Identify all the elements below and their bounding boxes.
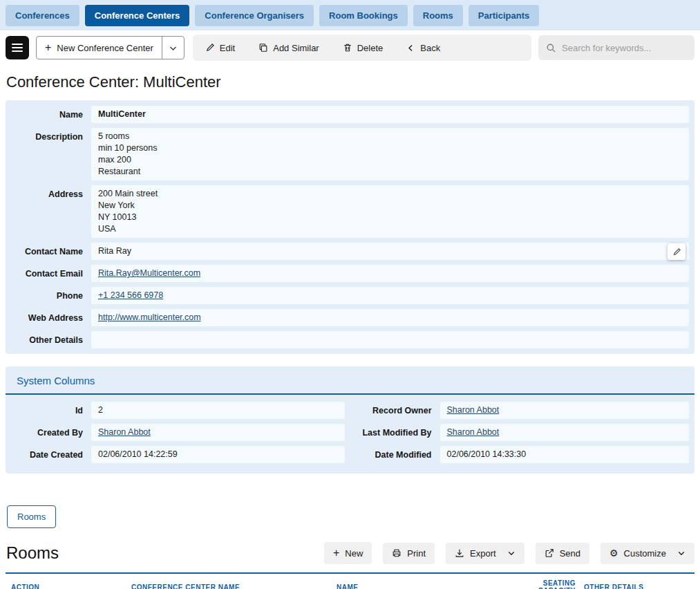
- field-row-phone: Phone +1 234 566 6978: [6, 287, 689, 304]
- record-owner-link[interactable]: Sharon Abbot: [447, 405, 500, 415]
- print-button[interactable]: Print: [383, 543, 435, 564]
- phone-link[interactable]: +1 234 566 6978: [98, 290, 163, 300]
- field-row-date-modified: Date Modified 02/06/2010 14:33:30: [350, 446, 690, 463]
- customize-button[interactable]: ⚙ Customize: [600, 543, 694, 564]
- field-row-description: Description 5 rooms min 10 persons max 2…: [6, 128, 689, 180]
- contact-name-label: Contact Name: [6, 243, 91, 257]
- menu-icon: [12, 44, 23, 45]
- field-row-created-by: Created By Sharon Abbot: [6, 424, 345, 441]
- system-columns-header: System Columns: [6, 366, 694, 395]
- header-conference-center-name: CONFERENCE CENTER NAME: [131, 583, 337, 589]
- name-value: MultiCenter: [91, 106, 689, 123]
- field-row-last-modified-by: Last Modified By Sharon Abbot: [350, 424, 690, 441]
- edit-button[interactable]: Edit: [205, 43, 235, 53]
- id-value: 2: [91, 402, 345, 419]
- record-owner-label: Record Owner: [350, 402, 440, 416]
- header-seating-capacity: SEATING CAPACITY: [507, 579, 584, 589]
- send-icon: [545, 548, 554, 558]
- tab-conference-organisers[interactable]: Conference Organisers: [195, 5, 314, 26]
- contact-email-label: Contact Email: [6, 265, 91, 279]
- tab-rooms[interactable]: Rooms: [413, 5, 463, 26]
- send-button[interactable]: Send: [536, 543, 589, 564]
- tab-room-bookings[interactable]: Room Bookings: [319, 5, 408, 26]
- system-columns-panel: Id 2 Record Owner Sharon Abbot Created B…: [6, 395, 694, 474]
- field-row-contact-email: Contact Email Rita.Ray@Multicenter.com: [6, 265, 689, 282]
- new-room-button[interactable]: + New: [324, 542, 372, 564]
- contact-name-value: Rita Ray: [91, 243, 689, 260]
- search-input[interactable]: [562, 43, 687, 53]
- date-created-value: 02/06/2010 14:22:59: [91, 446, 345, 463]
- toolbar: + New Conference Center Edit Add Similar…: [0, 30, 700, 65]
- new-dropdown-button[interactable]: [162, 37, 184, 59]
- name-label: Name: [6, 106, 91, 120]
- last-modified-by-label: Last Modified By: [350, 424, 440, 438]
- id-label: Id: [6, 402, 91, 416]
- search-box: [538, 35, 694, 60]
- system-columns-title: System Columns: [17, 375, 95, 386]
- chevron-down-icon: [169, 44, 178, 53]
- other-details-label: Other Details: [6, 331, 91, 346]
- page-title: Conference Center: MultiCenter: [6, 73, 694, 91]
- rooms-heading: Rooms: [6, 543, 59, 563]
- header-name: NAME: [337, 583, 507, 589]
- contact-email-value: Rita.Ray@Multicenter.com: [91, 265, 689, 282]
- search-icon: [546, 43, 556, 53]
- date-created-label: Date Created: [6, 446, 91, 460]
- tab-conference-centers[interactable]: Conference Centers: [85, 5, 190, 26]
- last-modified-by-value: Sharon Abbot: [440, 424, 690, 441]
- delete-icon: [343, 43, 352, 53]
- tab-conferences[interactable]: Conferences: [6, 5, 79, 26]
- add-similar-button[interactable]: Add Similar: [258, 43, 319, 53]
- inline-edit-button[interactable]: [668, 243, 685, 260]
- main-tabbar: Conferences Conference Centers Conferenc…: [0, 0, 700, 30]
- web-address-link[interactable]: http://www.multicenter.com: [98, 312, 201, 322]
- plus-icon: +: [333, 548, 339, 559]
- menu-button[interactable]: [6, 36, 29, 59]
- last-modified-by-link[interactable]: Sharon Abbot: [447, 427, 500, 437]
- field-row-web-address: Web Address http://www.multicenter.com: [6, 309, 689, 326]
- date-modified-label: Date Modified: [350, 446, 440, 460]
- field-row-contact-name: Contact Name Rita Ray: [6, 243, 689, 260]
- customize-dropdown-button[interactable]: [677, 549, 685, 557]
- header-action: ACTION: [11, 583, 131, 589]
- new-conference-center-button[interactable]: + New Conference Center: [37, 37, 162, 59]
- web-address-label: Web Address: [6, 309, 91, 324]
- record-owner-value: Sharon Abbot: [440, 402, 690, 419]
- other-details-value: [91, 331, 689, 348]
- customize-icon: ⚙: [609, 548, 618, 558]
- export-dropdown-button[interactable]: [507, 549, 515, 557]
- description-value: 5 rooms min 10 persons max 200 Restauran…: [91, 128, 689, 180]
- plus-icon: +: [45, 42, 51, 53]
- rooms-table: ACTION CONFERENCE CENTER NAME NAME SEATI…: [6, 572, 694, 589]
- print-icon: [392, 548, 401, 558]
- field-row-record-owner: Record Owner Sharon Abbot: [350, 402, 690, 419]
- new-conference-center-split-button: + New Conference Center: [36, 36, 185, 59]
- field-row-address: Address 200 Main street New York NY 1001…: [6, 185, 689, 238]
- details-panel: Name MultiCenter Description 5 rooms min…: [6, 100, 694, 354]
- delete-button[interactable]: Delete: [343, 43, 384, 53]
- header-other-details: OTHER DETAILS: [584, 583, 689, 589]
- back-icon: [406, 44, 415, 53]
- rooms-subtab[interactable]: Rooms: [7, 505, 56, 528]
- record-action-bar: Edit Add Similar Delete Back: [193, 35, 531, 61]
- back-button[interactable]: Back: [406, 43, 440, 53]
- rooms-actions: + New Print Export Send ⚙ Customize: [324, 542, 694, 564]
- contact-email-link[interactable]: Rita.Ray@Multicenter.com: [98, 268, 200, 278]
- field-row-name: Name MultiCenter: [6, 106, 689, 123]
- edit-icon: [672, 247, 681, 256]
- add-similar-icon: [258, 43, 268, 53]
- created-by-value: Sharon Abbot: [91, 424, 345, 441]
- chevron-down-icon: [677, 549, 685, 557]
- address-label: Address: [6, 185, 91, 200]
- field-row-id: Id 2: [6, 402, 345, 419]
- web-address-value: http://www.multicenter.com: [91, 309, 689, 326]
- rooms-table-header: ACTION CONFERENCE CENTER NAME NAME SEATI…: [6, 574, 694, 589]
- created-by-label: Created By: [6, 424, 91, 438]
- export-button[interactable]: Export: [446, 543, 524, 564]
- rooms-header-row: Rooms + New Print Export Send ⚙ Customiz…: [6, 542, 694, 564]
- tab-participants[interactable]: Participants: [469, 5, 539, 26]
- address-value: 200 Main street New York NY 10013 USA: [91, 185, 689, 238]
- created-by-link[interactable]: Sharon Abbot: [98, 427, 151, 437]
- phone-label: Phone: [6, 287, 91, 301]
- new-conference-center-label: New Conference Center: [57, 43, 153, 53]
